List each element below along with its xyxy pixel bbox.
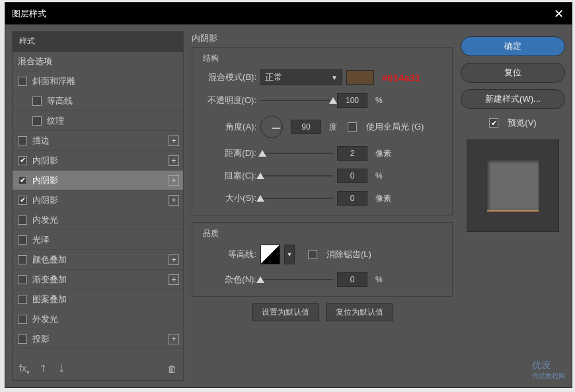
style-row-6[interactable]: 内阴影+ [13, 190, 183, 210]
style-checkbox[interactable] [18, 315, 27, 324]
watermark: 优设 优优教程网 [532, 360, 565, 381]
layer-style-dialog: 图层样式 ✕ 样式 混合选项 斜面和浮雕等高线纹理描边+内阴影+内阴影+内阴影+… [5, 2, 572, 388]
contour-row: 等高线: ▼ 消除锯齿(L) [200, 245, 444, 264]
style-row-9[interactable]: 颜色叠加+ [13, 250, 183, 270]
style-checkbox[interactable] [32, 97, 42, 106]
style-row-4[interactable]: 内阴影+ [13, 151, 183, 171]
style-checkbox[interactable] [18, 235, 27, 245]
style-checkbox[interactable] [32, 116, 42, 126]
style-label: 渐变叠加 [32, 274, 67, 286]
move-down-icon[interactable]: 🡓 [58, 364, 67, 374]
add-effect-icon[interactable]: + [169, 195, 179, 206]
choke-slider[interactable] [260, 171, 333, 180]
preview-toggle-row: 预览(V) [461, 117, 565, 129]
contour-picker[interactable] [260, 245, 280, 264]
style-label: 光泽 [32, 234, 50, 246]
style-row-10[interactable]: 渐变叠加+ [13, 270, 183, 290]
defaults-row: 设置为默认值 复位为默认值 [192, 303, 453, 321]
size-input[interactable] [337, 191, 367, 206]
dialog-body: 样式 混合选项 斜面和浮雕等高线纹理描边+内阴影+内阴影+内阴影+内发光光泽颜色… [5, 24, 572, 387]
style-label: 描边 [32, 135, 50, 147]
style-label: 内发光 [32, 214, 58, 226]
move-up-icon[interactable]: 🡑 [39, 364, 48, 374]
color-swatch[interactable] [346, 70, 374, 85]
size-slider[interactable] [260, 194, 333, 203]
style-row-2[interactable]: 纹理 [13, 111, 183, 131]
styles-footer: fx▾ 🡑 🡓 🗑 [13, 358, 183, 380]
add-effect-icon[interactable]: + [169, 334, 179, 344]
size-unit: 像素 [375, 193, 391, 204]
style-row-13[interactable]: 投影+ [13, 329, 183, 349]
blend-mode-label: 混合模式(B): [200, 71, 256, 83]
style-row-12[interactable]: 外发光 [13, 309, 183, 329]
style-checkbox[interactable] [18, 255, 27, 264]
choke-label: 阻塞(C): [200, 170, 256, 182]
opacity-unit: % [375, 96, 383, 105]
style-row-7[interactable]: 内发光 [13, 210, 183, 230]
add-effect-icon[interactable]: + [169, 136, 179, 146]
distance-slider[interactable] [260, 149, 333, 158]
opacity-slider[interactable] [260, 96, 333, 105]
blend-mode-value: 正常 [265, 71, 282, 83]
blend-options-row[interactable]: 混合选项 [13, 52, 183, 71]
preview-thumbnail [467, 139, 559, 232]
distance-input[interactable] [337, 146, 367, 161]
style-row-3[interactable]: 描边+ [13, 131, 183, 151]
ok-button[interactable]: 确定 [461, 36, 565, 56]
cancel-button[interactable]: 复位 [461, 63, 565, 83]
blend-mode-select[interactable]: 正常 ▼ [260, 69, 342, 85]
close-icon[interactable]: ✕ [552, 7, 565, 21]
style-row-11[interactable]: 图案叠加 [13, 290, 183, 309]
delete-icon[interactable]: 🗑 [167, 364, 176, 374]
size-row: 大小(S): 像素 [200, 191, 444, 206]
contour-dropdown[interactable]: ▼ [284, 245, 295, 264]
add-effect-icon[interactable]: + [169, 255, 179, 265]
styles-header: 样式 [13, 32, 183, 52]
angle-input[interactable] [291, 120, 321, 134]
global-light-checkbox[interactable] [348, 122, 357, 132]
new-style-button[interactable]: 新建样式(W)... [461, 89, 565, 109]
angle-unit: 度 [329, 122, 337, 133]
style-checkbox[interactable] [18, 196, 27, 205]
noise-input[interactable] [337, 272, 367, 287]
style-row-5[interactable]: 内阴影+ [13, 171, 183, 190]
add-effect-icon[interactable]: + [169, 175, 179, 186]
opacity-row: 不透明度(O): % [200, 93, 444, 108]
dialog-title: 图层样式 [12, 8, 46, 20]
noise-slider[interactable] [260, 275, 333, 284]
choke-row: 阻塞(C): % [200, 169, 444, 183]
distance-row: 距离(D): 像素 [200, 146, 444, 161]
add-effect-icon[interactable]: + [169, 274, 179, 285]
style-checkbox[interactable] [18, 275, 27, 284]
quality-legend: 品质 [200, 228, 221, 239]
angle-dial[interactable] [260, 116, 283, 138]
opacity-input[interactable] [337, 93, 367, 108]
style-row-1[interactable]: 等高线 [13, 91, 183, 111]
choke-input[interactable] [337, 169, 367, 183]
style-row-0[interactable]: 斜面和浮雕 [13, 71, 183, 91]
style-label: 内阴影 [32, 194, 58, 206]
set-default-button[interactable]: 设置为默认值 [252, 303, 319, 321]
style-label: 内阴影 [32, 175, 58, 186]
style-checkbox[interactable] [18, 77, 27, 86]
fx-icon[interactable]: fx▾ [19, 363, 30, 375]
style-checkbox[interactable] [18, 334, 27, 344]
contour-label: 等高线: [200, 249, 256, 260]
style-checkbox[interactable] [18, 176, 27, 185]
add-effect-icon[interactable]: + [169, 155, 179, 166]
style-row-8[interactable]: 光泽 [13, 230, 183, 250]
antialias-checkbox[interactable] [308, 250, 317, 259]
structure-group: 结构 混合模式(B): 正常 ▼ #614a31 不透明度(O): % [192, 47, 453, 216]
preview-checkbox[interactable] [489, 118, 498, 128]
style-checkbox[interactable] [18, 136, 27, 145]
reset-default-button[interactable]: 复位为默认值 [326, 303, 393, 321]
style-checkbox[interactable] [18, 295, 27, 304]
quality-group: 品质 等高线: ▼ 消除锯齿(L) 杂色(N): % [192, 222, 453, 297]
watermark-main: 优设 [532, 360, 551, 370]
chevron-down-icon: ▼ [331, 74, 338, 81]
distance-label: 距离(D): [200, 147, 256, 159]
style-checkbox[interactable] [18, 156, 27, 165]
style-label: 投影 [32, 333, 50, 345]
angle-label: 角度(A): [200, 121, 256, 133]
style-checkbox[interactable] [18, 216, 27, 225]
